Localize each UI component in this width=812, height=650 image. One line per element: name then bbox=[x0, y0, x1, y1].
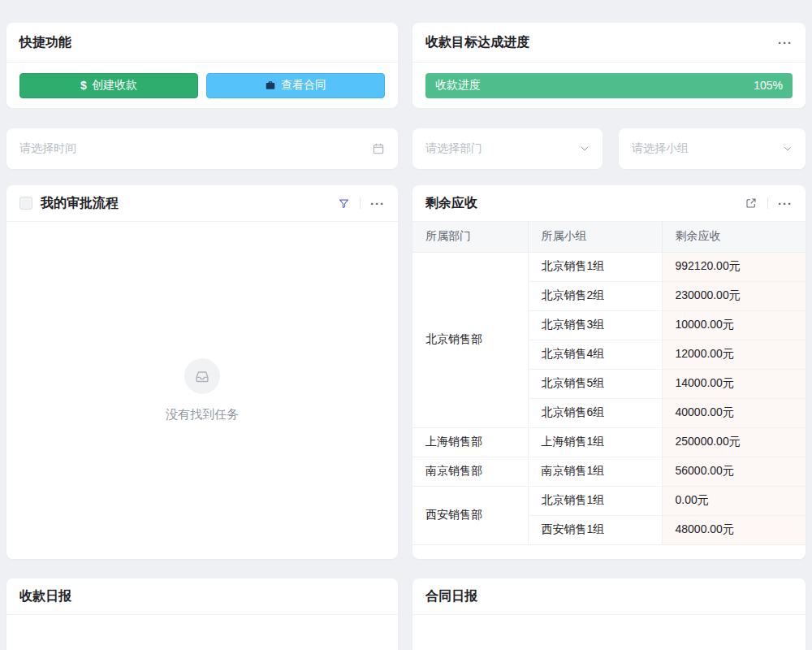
filter-icon[interactable] bbox=[338, 197, 350, 210]
amount-cell: 250000.00元 bbox=[662, 427, 806, 457]
open-external-icon[interactable] bbox=[745, 197, 758, 210]
empty-inbox-icon bbox=[184, 358, 220, 394]
amount-cell: 48000.00元 bbox=[662, 515, 806, 544]
view-contract-label: 查看合同 bbox=[281, 78, 326, 93]
quick-actions-body: $ 创建收款 查看合同 bbox=[6, 63, 398, 108]
time-filter-input[interactable]: 请选择时间 bbox=[6, 128, 398, 169]
card-title: 快捷功能 bbox=[19, 34, 71, 51]
payment-daily-header: 收款日报 bbox=[6, 578, 398, 615]
contract-daily-card: 合同日报 bbox=[412, 578, 806, 650]
column-header-group: 所属小组 bbox=[528, 222, 662, 252]
receivable-header: 剩余应收 ··· bbox=[412, 185, 806, 222]
chevron-down-icon bbox=[783, 144, 793, 154]
left-column: 快捷功能 $ 创建收款 查看合同 请选择时间 bbox=[6, 23, 398, 650]
dashboard: 快捷功能 $ 创建收款 查看合同 请选择时间 bbox=[0, 0, 812, 650]
group-cell: 北京销售4组 bbox=[528, 340, 662, 369]
progress-bar-label: 收款进度 bbox=[435, 78, 481, 93]
amount-cell: 40000.00元 bbox=[662, 398, 806, 427]
right-column: 收款目标达成进度 ··· 收款进度 105% 请选择部门 请选择小组 bbox=[412, 23, 806, 650]
quick-actions-header: 快捷功能 bbox=[6, 23, 398, 63]
select-all-checkbox[interactable] bbox=[19, 197, 32, 210]
receivable-header-icons: ··· bbox=[745, 197, 793, 210]
create-payment-label: 创建收款 bbox=[92, 78, 137, 93]
group-cell: 北京销售5组 bbox=[528, 369, 662, 398]
create-payment-button[interactable]: $ 创建收款 bbox=[19, 73, 198, 98]
table-row: 南京销售部南京销售1组56000.00元 bbox=[412, 457, 806, 486]
table-row: 上海销售部上海销售1组250000.00元 bbox=[412, 427, 806, 457]
group-cell: 北京销售1组 bbox=[528, 486, 662, 515]
calendar-icon bbox=[372, 142, 385, 155]
department-select[interactable]: 请选择部门 bbox=[412, 128, 603, 169]
amount-cell: 56000.00元 bbox=[662, 457, 806, 486]
column-header-amount: 剩余应收 bbox=[662, 222, 806, 252]
card-title: 剩余应收 bbox=[425, 195, 477, 212]
filter-row: 请选择部门 请选择小组 bbox=[412, 128, 806, 169]
amount-cell: 12000.00元 bbox=[662, 340, 806, 369]
group-cell: 北京销售1组 bbox=[528, 252, 662, 281]
amount-cell: 14000.00元 bbox=[662, 369, 806, 398]
department-cell: 北京销售部 bbox=[412, 252, 528, 427]
group-cell: 北京销售3组 bbox=[528, 310, 662, 340]
more-icon[interactable]: ··· bbox=[778, 197, 793, 210]
department-cell: 西安销售部 bbox=[412, 486, 528, 544]
quick-actions-card: 快捷功能 $ 创建收款 查看合同 bbox=[6, 23, 398, 108]
view-contract-button[interactable]: 查看合同 bbox=[206, 73, 385, 98]
receivable-table-head: 所属部门 所属小组 剩余应收 bbox=[412, 222, 806, 252]
group-cell: 上海销售1组 bbox=[528, 427, 662, 457]
amount-cell: 992120.00元 bbox=[662, 252, 806, 281]
group-select[interactable]: 请选择小组 bbox=[619, 128, 806, 169]
approval-header: 我的审批流程 ··· bbox=[6, 185, 398, 222]
progress-bar: 收款进度 105% bbox=[425, 73, 793, 98]
divider bbox=[767, 197, 768, 209]
time-placeholder: 请选择时间 bbox=[19, 141, 76, 156]
group-placeholder: 请选择小组 bbox=[632, 141, 689, 156]
payment-daily-body bbox=[6, 615, 398, 650]
payment-daily-card: 收款日报 bbox=[6, 578, 398, 650]
department-cell: 南京销售部 bbox=[412, 457, 528, 486]
group-cell: 北京销售2组 bbox=[528, 281, 662, 310]
group-cell: 北京销售6组 bbox=[528, 398, 662, 427]
progress-bar-value: 105% bbox=[754, 79, 783, 92]
column-header-dept: 所属部门 bbox=[412, 222, 528, 252]
department-cell: 上海销售部 bbox=[412, 427, 528, 457]
group-cell: 西安销售1组 bbox=[528, 515, 662, 544]
card-title: 合同日报 bbox=[425, 588, 477, 605]
receivable-table-body: 北京销售部北京销售1组992120.00元北京销售2组230000.00元北京销… bbox=[412, 252, 806, 544]
amount-cell: 0.00元 bbox=[662, 486, 806, 515]
approval-empty-state: 没有找到任务 bbox=[6, 222, 398, 559]
approval-card: 我的审批流程 ··· 没有找到任务 bbox=[6, 185, 398, 559]
more-icon[interactable]: ··· bbox=[370, 197, 385, 210]
card-title: 我的审批流程 bbox=[41, 195, 119, 212]
amount-cell: 230000.00元 bbox=[662, 281, 806, 310]
contract-daily-body bbox=[412, 615, 806, 650]
amount-cell: 10000.00元 bbox=[662, 310, 806, 340]
table-row: 西安销售部北京销售1组0.00元 bbox=[412, 486, 806, 515]
briefcase-icon bbox=[265, 80, 276, 91]
contract-daily-header: 合同日报 bbox=[412, 578, 806, 615]
card-title: 收款日报 bbox=[19, 588, 71, 605]
receivable-table: 所属部门 所属小组 剩余应收 北京销售部北京销售1组992120.00元北京销售… bbox=[412, 222, 806, 545]
receivable-card: 剩余应收 ··· 所属部门 所属小组 剩余应收 bbox=[412, 185, 806, 559]
department-placeholder: 请选择部门 bbox=[425, 141, 482, 156]
progress-body: 收款进度 105% bbox=[412, 63, 806, 108]
approval-header-icons: ··· bbox=[338, 197, 385, 210]
chevron-down-icon bbox=[580, 144, 590, 154]
table-row: 北京销售部北京销售1组992120.00元 bbox=[412, 252, 806, 281]
dollar-icon: $ bbox=[80, 79, 87, 92]
empty-text: 没有找到任务 bbox=[166, 407, 239, 422]
progress-header: 收款目标达成进度 ··· bbox=[412, 23, 806, 63]
card-title: 收款目标达成进度 bbox=[425, 34, 529, 51]
progress-card: 收款目标达成进度 ··· 收款进度 105% bbox=[412, 23, 806, 108]
divider bbox=[360, 197, 361, 209]
group-cell: 南京销售1组 bbox=[528, 457, 662, 486]
more-icon[interactable]: ··· bbox=[778, 37, 793, 49]
